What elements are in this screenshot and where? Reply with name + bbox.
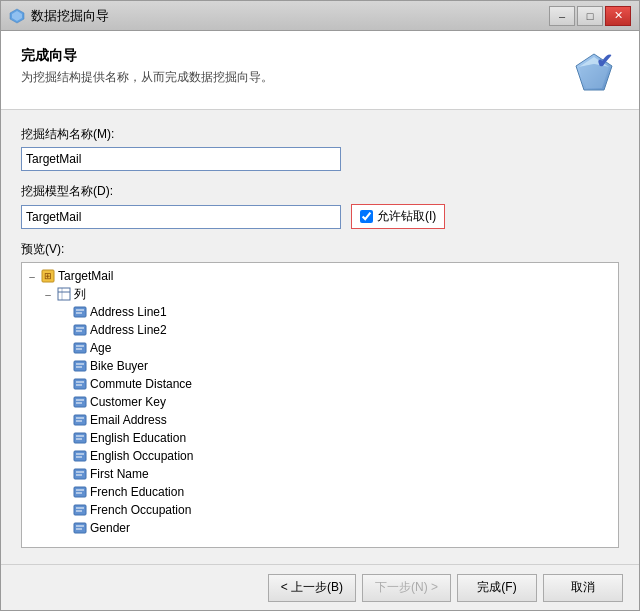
list-item: – Address Line1 <box>22 303 618 321</box>
root-expand-icon[interactable]: – <box>26 270 38 282</box>
field-icon <box>72 322 88 338</box>
field-icon <box>72 484 88 500</box>
svg-rect-10 <box>74 307 86 317</box>
restore-button[interactable]: □ <box>577 6 603 26</box>
list-item: – Address Line2 <box>22 321 618 339</box>
back-button[interactable]: < 上一步(B) <box>268 574 356 602</box>
list-item: – English Occupation <box>22 447 618 465</box>
svg-rect-34 <box>74 451 86 461</box>
drillthrough-container: 允许钻取(I) <box>351 204 445 229</box>
app-icon <box>9 8 25 24</box>
title-bar-left: 数据挖掘向导 <box>9 7 109 25</box>
footer: < 上一步(B) 下一步(N) > 完成(F) 取消 <box>1 564 639 610</box>
svg-rect-46 <box>74 523 86 533</box>
cancel-button[interactable]: 取消 <box>543 574 623 602</box>
root-label: TargetMail <box>58 269 113 283</box>
field-icon <box>72 466 88 482</box>
structure-name-group: 挖掘结构名称(M): <box>21 126 619 171</box>
main-window: 数据挖掘向导 – □ ✕ 完成向导 为挖掘结构提供名称，从而完成数据挖掘向导。 … <box>0 0 640 611</box>
drillthrough-checkbox[interactable] <box>360 210 373 223</box>
window-title: 数据挖掘向导 <box>31 7 109 25</box>
header-subtitle: 为挖掘结构提供名称，从而完成数据挖掘向导。 <box>21 69 569 86</box>
model-name-group: 挖掘模型名称(D): 允许钻取(I) <box>21 183 619 229</box>
item-label: Gender <box>90 521 130 535</box>
preview-label: 预览(V): <box>21 241 619 258</box>
svg-rect-43 <box>74 505 86 515</box>
tree-root: – ⊞ TargetMail <box>22 267 618 285</box>
svg-rect-16 <box>74 343 86 353</box>
list-item: – French Occupation <box>22 501 618 519</box>
structure-name-input[interactable] <box>21 147 341 171</box>
svg-rect-28 <box>74 415 86 425</box>
model-name-input[interactable] <box>21 205 341 229</box>
item-label: Commute Distance <box>90 377 192 391</box>
finish-button[interactable]: 完成(F) <box>457 574 537 602</box>
item-label: English Occupation <box>90 449 193 463</box>
columns-expand-icon[interactable]: – <box>42 288 54 300</box>
svg-rect-7 <box>58 288 70 300</box>
minimize-button[interactable]: – <box>549 6 575 26</box>
item-label: Bike Buyer <box>90 359 148 373</box>
title-controls: – □ ✕ <box>549 6 631 26</box>
list-item: – Commute Distance <box>22 375 618 393</box>
item-label: Age <box>90 341 111 355</box>
tree-container[interactable]: – ⊞ TargetMail – <box>21 262 619 548</box>
field-icon <box>72 340 88 356</box>
field-icon-address1 <box>72 304 88 320</box>
structure-label: 挖掘结构名称(M): <box>21 126 619 143</box>
list-item: – Customer Key <box>22 393 618 411</box>
field-icon <box>72 394 88 410</box>
field-icon <box>72 430 88 446</box>
header-section: 完成向导 为挖掘结构提供名称，从而完成数据挖掘向导。 ✔ <box>1 31 639 110</box>
field-icon <box>72 376 88 392</box>
list-item: – Email Address <box>22 411 618 429</box>
form-section: 挖掘结构名称(M): 挖掘模型名称(D): 允许钻取(I) 预览(V): <box>1 110 639 564</box>
item-label: English Education <box>90 431 186 445</box>
item-label: French Education <box>90 485 184 499</box>
columns-icon <box>56 286 72 302</box>
tree-columns-node: – 列 <box>22 285 618 303</box>
item-label: Address Line1 <box>90 305 167 319</box>
drillthrough-label: 允许钻取(I) <box>377 208 436 225</box>
root-icon: ⊞ <box>40 268 56 284</box>
field-icon <box>72 448 88 464</box>
columns-label: 列 <box>74 286 86 303</box>
checkmark-icon: ✔ <box>596 49 613 73</box>
list-item: – First Name <box>22 465 618 483</box>
field-icon <box>72 520 88 536</box>
model-row: 允许钻取(I) <box>21 204 619 229</box>
item-label: Customer Key <box>90 395 166 409</box>
field-icon <box>72 502 88 518</box>
field-icon <box>72 358 88 374</box>
svg-rect-25 <box>74 397 86 407</box>
header-text: 完成向导 为挖掘结构提供名称，从而完成数据挖掘向导。 <box>21 47 569 86</box>
header-icon-area: ✔ <box>569 47 619 97</box>
list-item: – Gender <box>22 519 618 537</box>
list-item: – French Education <box>22 483 618 501</box>
title-bar: 数据挖掘向导 – □ ✕ <box>1 1 639 31</box>
list-item: – Bike Buyer <box>22 357 618 375</box>
svg-rect-37 <box>74 469 86 479</box>
svg-rect-22 <box>74 379 86 389</box>
svg-rect-31 <box>74 433 86 443</box>
svg-text:⊞: ⊞ <box>44 271 52 281</box>
svg-rect-13 <box>74 325 86 335</box>
svg-rect-19 <box>74 361 86 371</box>
item-label: Address Line2 <box>90 323 167 337</box>
list-item: – Age <box>22 339 618 357</box>
item-label: Email Address <box>90 413 167 427</box>
item-label: First Name <box>90 467 149 481</box>
next-button[interactable]: 下一步(N) > <box>362 574 451 602</box>
list-item: – English Education <box>22 429 618 447</box>
item-label: French Occupation <box>90 503 191 517</box>
content-area: 完成向导 为挖掘结构提供名称，从而完成数据挖掘向导。 ✔ <box>1 31 639 564</box>
header-title: 完成向导 <box>21 47 569 65</box>
close-button[interactable]: ✕ <box>605 6 631 26</box>
preview-section: 预览(V): – ⊞ TargetMail <box>21 241 619 548</box>
svg-rect-40 <box>74 487 86 497</box>
model-label: 挖掘模型名称(D): <box>21 183 619 200</box>
field-icon <box>72 412 88 428</box>
